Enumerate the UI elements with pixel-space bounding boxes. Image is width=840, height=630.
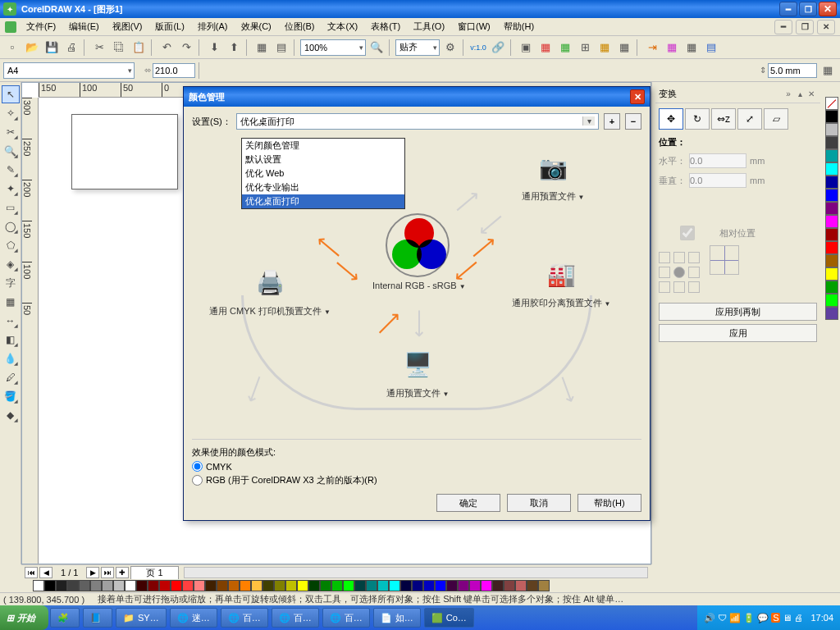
- menu-view[interactable]: 视图(V): [106, 19, 149, 34]
- palette-swatch[interactable]: [113, 580, 125, 591]
- mirror-tab[interactable]: ⇔z: [711, 108, 736, 130]
- anchor-grid[interactable]: [659, 252, 700, 293]
- color-swatch[interactable]: [825, 307, 838, 320]
- menu-effects[interactable]: 效果(C): [235, 19, 278, 34]
- docker-close-icon[interactable]: ✕: [806, 89, 817, 98]
- color-swatch[interactable]: [825, 254, 838, 267]
- color-swatch[interactable]: [825, 281, 838, 294]
- option-desktop[interactable]: 优化桌面打印: [242, 194, 404, 208]
- color-swatch[interactable]: [825, 189, 838, 202]
- palette-swatch[interactable]: [102, 580, 113, 591]
- dropdown-icon[interactable]: ▼: [443, 390, 450, 398]
- palette-swatch[interactable]: [171, 580, 182, 591]
- tray-icon[interactable]: 🔋: [743, 613, 755, 623]
- restore-button[interactable]: ❐: [799, 2, 817, 16]
- settings-dropdown[interactable]: 关闭颜色管理 默认设置 优化 Web 优化专业输出 优化桌面打印: [241, 138, 405, 209]
- radio-rgb-row[interactable]: RGB (用于 CorelDRAW X3 之前的版本)(R): [192, 474, 641, 486]
- outline-tool[interactable]: 🖊◢: [2, 368, 20, 386]
- connect-icon[interactable]: 🔗: [489, 39, 507, 57]
- dimension-tool[interactable]: ↔◢: [2, 312, 20, 330]
- option-default[interactable]: 默认设置: [242, 153, 404, 167]
- export-icon[interactable]: ⬆: [225, 39, 243, 57]
- palette-swatch[interactable]: [458, 580, 469, 591]
- palette-swatch[interactable]: [423, 580, 435, 591]
- palette-swatch[interactable]: [504, 580, 515, 591]
- rotate-tab[interactable]: ↻: [685, 108, 710, 130]
- palette-swatch[interactable]: [285, 580, 297, 591]
- t4-icon[interactable]: ⊞: [576, 39, 594, 57]
- whatversion-icon[interactable]: v:1.0: [469, 39, 487, 57]
- paper-combo[interactable]: A4: [3, 62, 135, 79]
- menu-edit[interactable]: 编辑(E): [62, 19, 106, 34]
- ok-button[interactable]: 确定: [436, 494, 500, 512]
- tray-icon[interactable]: 💬: [757, 613, 769, 623]
- page-tab-1[interactable]: 页 1: [130, 566, 178, 579]
- radio-cmyk[interactable]: [192, 461, 203, 472]
- palette-swatch[interactable]: [90, 580, 102, 591]
- app-launcher-icon[interactable]: ▦: [253, 39, 271, 57]
- color-swatch[interactable]: [825, 215, 838, 228]
- t9-icon[interactable]: ▦: [682, 39, 701, 57]
- t1-icon[interactable]: ▣: [517, 39, 535, 57]
- shape-tool[interactable]: ✧◢: [2, 104, 20, 122]
- import-icon[interactable]: ⬇: [205, 39, 223, 57]
- dialog-close-button[interactable]: ✕: [630, 89, 645, 104]
- h-input[interactable]: [689, 153, 746, 168]
- doc-close-button[interactable]: ✕: [817, 20, 835, 34]
- table-tool[interactable]: ▦: [2, 293, 20, 311]
- page-width-input[interactable]: [153, 63, 195, 78]
- palette-swatch[interactable]: [538, 580, 550, 591]
- options-icon[interactable]: ⚙: [441, 39, 459, 57]
- rectangle-tool[interactable]: ▭◢: [2, 199, 20, 217]
- zoom-tool[interactable]: 🔍◢: [2, 142, 20, 160]
- t5-icon[interactable]: ▦: [596, 39, 614, 57]
- last-page-button[interactable]: ⏭: [101, 567, 114, 578]
- snap-combo[interactable]: 贴齐: [395, 39, 440, 56]
- color-swatch[interactable]: [825, 136, 838, 149]
- add-page-button[interactable]: ✚: [116, 567, 129, 578]
- tray-icon[interactable]: 🖨: [794, 613, 803, 623]
- ellipse-tool[interactable]: ◯◢: [2, 217, 20, 235]
- task-item[interactable]: 📘: [83, 608, 112, 628]
- pick-tool[interactable]: ↖: [2, 85, 20, 103]
- zoom-combo[interactable]: 100%: [300, 39, 366, 56]
- color-swatch[interactable]: [825, 123, 838, 136]
- cut-icon[interactable]: ✂: [90, 39, 108, 57]
- color-swatch[interactable]: [825, 110, 838, 123]
- cancel-button[interactable]: 取消: [507, 494, 571, 512]
- help-button[interactable]: 帮助(H): [578, 494, 641, 512]
- menu-bitmaps[interactable]: 位图(B): [278, 19, 322, 34]
- h-scrollbar[interactable]: [184, 567, 648, 578]
- system-tray[interactable]: 🔊 🛡 📶 🔋 💬 S 🖥 🖨 17:04: [697, 605, 840, 630]
- menu-arrange[interactable]: 排列(A): [191, 19, 235, 34]
- t8-icon[interactable]: ▦: [663, 39, 681, 57]
- palette-swatch[interactable]: [67, 580, 79, 591]
- menu-file[interactable]: 文件(F): [20, 19, 62, 34]
- palette-swatch[interactable]: [320, 580, 331, 591]
- task-item[interactable]: 📄如…: [373, 608, 421, 628]
- dropdown-icon[interactable]: ▼: [578, 194, 585, 201]
- print-icon[interactable]: 🖨: [62, 39, 80, 57]
- remove-preset-button[interactable]: −: [625, 113, 641, 130]
- new-icon[interactable]: ▫: [3, 39, 21, 57]
- tray-icon[interactable]: 🔊: [704, 613, 715, 623]
- task-item[interactable]: 🌐迷…: [170, 608, 217, 628]
- open-icon[interactable]: 📂: [23, 39, 41, 57]
- palette-swatch[interactable]: [182, 580, 194, 591]
- docker-expand-icon[interactable]: »: [783, 89, 794, 98]
- dropdown-icon[interactable]: ▼: [324, 308, 331, 316]
- zoom-tool-icon[interactable]: 🔍: [368, 39, 386, 57]
- palette-swatch[interactable]: [205, 580, 217, 591]
- t6-icon[interactable]: ▦: [615, 39, 633, 57]
- tray-icon[interactable]: 📶: [729, 613, 741, 623]
- option-off[interactable]: 关闭颜色管理: [242, 139, 404, 153]
- palette-swatch[interactable]: [56, 580, 67, 591]
- nudge-input[interactable]: [768, 63, 817, 78]
- palette-swatch[interactable]: [527, 580, 538, 591]
- copy-icon[interactable]: ⿻: [110, 39, 128, 57]
- palette-swatch[interactable]: [228, 580, 240, 591]
- apply-duplicate-button[interactable]: 应用到再制: [659, 303, 817, 321]
- color-swatch[interactable]: [825, 176, 838, 189]
- fill-tool[interactable]: 🪣◢: [2, 387, 20, 405]
- paste-icon[interactable]: 📋: [130, 39, 148, 57]
